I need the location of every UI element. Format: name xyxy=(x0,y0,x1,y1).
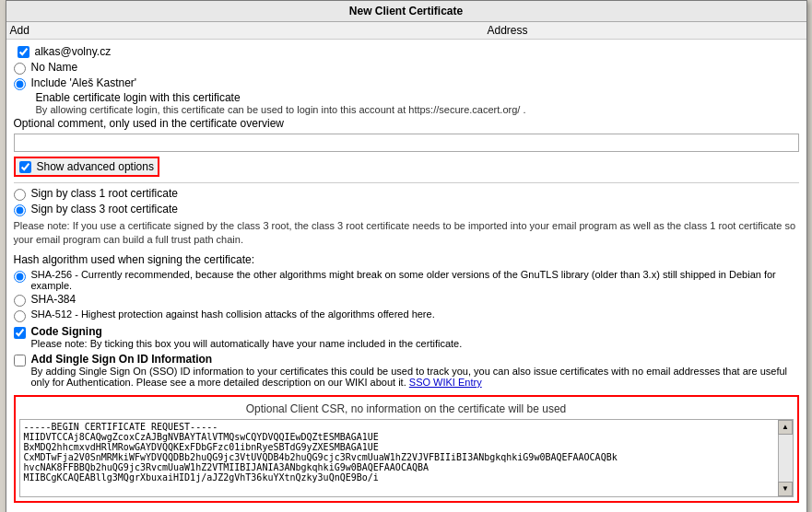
class3-option: Sign by class 3 root certificate xyxy=(14,202,799,217)
code-signing-note: Please note: By ticking this box you wil… xyxy=(31,338,463,349)
include-name-radio[interactable] xyxy=(14,78,26,90)
class3-note: Please note: If you use a certificate si… xyxy=(14,217,799,251)
comment-input[interactable] xyxy=(14,134,799,152)
csr-textarea[interactable]: -----BEGIN CERTIFICATE REQUEST----- MIID… xyxy=(20,420,778,494)
show-advanced-label: Show advanced options xyxy=(37,160,154,173)
include-name-option: Include 'Aleš Kastner' xyxy=(14,76,799,91)
sha256-radio[interactable] xyxy=(14,271,26,283)
dialog-title: New Client Certificate xyxy=(6,1,806,22)
csr-header: Optional Client CSR, no information on t… xyxy=(19,401,794,419)
sso-title: Add Single Sign On ID Information xyxy=(31,353,799,366)
dialog: New Client Certificate Add Address alkas… xyxy=(6,0,807,512)
sso-row: Add Single Sign On ID Information By add… xyxy=(14,351,799,390)
code-signing-title: Code Signing xyxy=(31,325,463,338)
email-checkbox[interactable] xyxy=(18,46,29,58)
show-advanced-box: Show advanced options xyxy=(14,157,159,177)
no-name-option: No Name xyxy=(14,60,799,76)
csr-scrollbar: ▲ ▼ xyxy=(778,420,793,496)
class3-radio[interactable] xyxy=(14,204,26,216)
sha512-radio[interactable] xyxy=(14,310,26,322)
enable-login-label: Enable certificate login with this certi… xyxy=(36,91,799,104)
scroll-track xyxy=(779,435,793,482)
cca-row: I accept the CAcert Community Agreement … xyxy=(14,508,799,512)
email-label: alkas@volny.cz xyxy=(35,45,112,58)
col-add-header: Add xyxy=(10,24,213,37)
csr-section: Optional Client CSR, no information on t… xyxy=(14,395,799,503)
code-signing-content: Code Signing Please note: By ticking thi… xyxy=(31,325,463,349)
scroll-up-btn[interactable]: ▲ xyxy=(778,420,793,435)
code-signing-row: Code Signing Please note: By ticking thi… xyxy=(14,323,799,351)
hash-label: Hash algorithm used when signing the cer… xyxy=(14,251,799,268)
sso-content: Add Single Sign On ID Information By add… xyxy=(31,353,799,388)
sha512-option: SHA-512 - Highest protection against has… xyxy=(14,308,799,323)
csr-textarea-wrapper: -----BEGIN CERTIFICATE REQUEST----- MIID… xyxy=(19,419,794,497)
allow-login-note: By allowing certificate login, this cert… xyxy=(36,104,799,115)
class1-radio[interactable] xyxy=(14,189,26,201)
column-headers: Add Address xyxy=(6,22,806,40)
sso-wiki-link[interactable]: SSO WIKI Entry xyxy=(409,377,482,388)
sha384-option: SHA-384 xyxy=(14,292,799,308)
class1-option: Sign by class 1 root certificate xyxy=(14,186,799,202)
content-area: alkas@volny.cz No Name Include 'Aleš Kas… xyxy=(6,40,806,512)
col-address-header: Address xyxy=(213,24,803,37)
sso-note: By adding Single Sign On (SSO) ID inform… xyxy=(31,366,799,388)
scroll-down-btn[interactable]: ▼ xyxy=(778,482,793,496)
sha256-option: SHA-256 - Currently recommended, because… xyxy=(14,268,799,292)
sha384-radio[interactable] xyxy=(14,295,26,307)
show-advanced-checkbox[interactable] xyxy=(19,161,31,173)
sso-checkbox[interactable] xyxy=(14,355,26,367)
email-row: alkas@volny.cz xyxy=(18,43,799,60)
enable-login-section: Enable certificate login with this certi… xyxy=(36,91,799,115)
no-name-radio[interactable] xyxy=(14,63,26,75)
code-signing-checkbox[interactable] xyxy=(14,327,26,339)
comment-label: Optional comment, only used in the certi… xyxy=(14,115,799,132)
